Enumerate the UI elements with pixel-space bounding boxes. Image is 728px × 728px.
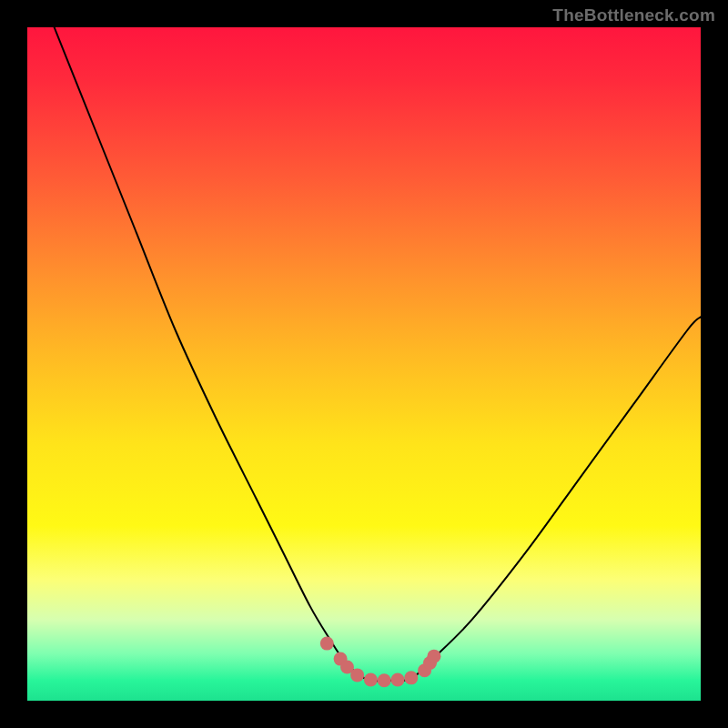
- marker-dot: [364, 673, 378, 687]
- marker-dots: [320, 637, 441, 688]
- marker-dot: [427, 650, 440, 663]
- marker-dot: [378, 673, 391, 687]
- marker-dot: [404, 671, 418, 684]
- marker-dot: [350, 668, 364, 682]
- marker-dot: [391, 673, 405, 687]
- marker-dots-layer: [27, 27, 701, 701]
- watermark-text: TheBottleneck.com: [552, 5, 715, 25]
- plot-area: [27, 27, 701, 701]
- marker-dot: [320, 637, 334, 651]
